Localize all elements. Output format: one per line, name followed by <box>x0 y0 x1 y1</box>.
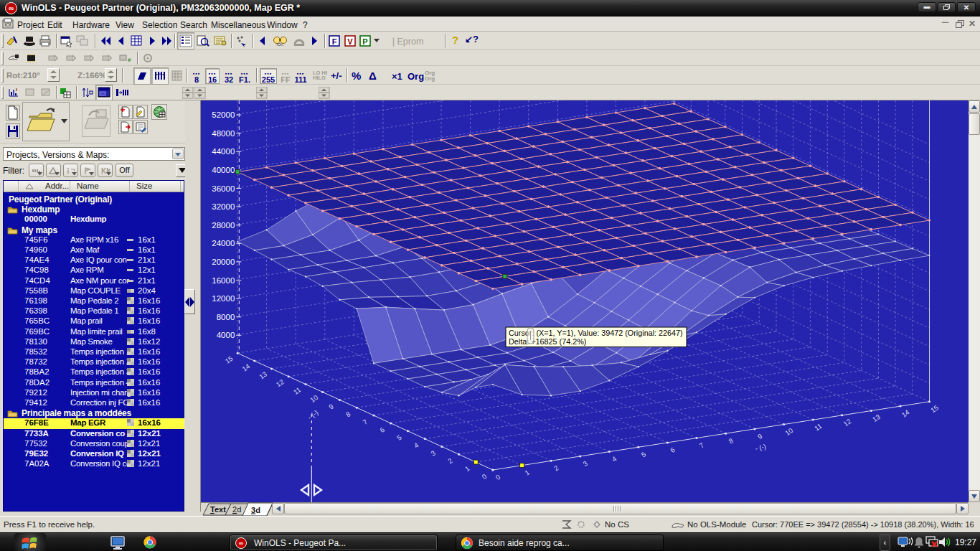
svg-text:2d: 2d <box>232 505 241 514</box>
svg-text:52000: 52000 <box>212 110 235 119</box>
svg-text:IOII..: IOII.. <box>277 42 285 47</box>
svg-text:P: P <box>362 37 367 46</box>
svg-text:36000: 36000 <box>212 184 235 193</box>
svg-text:V: V <box>347 37 353 46</box>
svg-text:16000: 16000 <box>212 276 235 285</box>
svg-text:20000: 20000 <box>212 258 235 266</box>
svg-text:28000: 28000 <box>212 221 235 230</box>
svg-text:48000: 48000 <box>212 129 235 138</box>
svg-text:12000: 12000 <box>212 294 235 303</box>
svg-text:Text: Text <box>210 505 226 514</box>
svg-text:IOI: IOI <box>4 22 11 27</box>
svg-text:32000: 32000 <box>212 202 235 211</box>
svg-text:4000: 4000 <box>217 331 235 339</box>
svg-text:24000: 24000 <box>212 239 235 248</box>
svg-text:F: F <box>332 37 337 46</box>
svg-text:Cursor: (X=1, Y=1), Value: 394: Cursor: (X=1, Y=1), Value: 39472 (Origin… <box>509 329 683 337</box>
svg-text:Delta: +16825 (74.2%): Delta: +16825 (74.2%) <box>509 337 586 346</box>
svg-text:8000: 8000 <box>217 313 235 321</box>
svg-text:#: # <box>128 57 131 63</box>
svg-text:40000: 40000 <box>212 166 235 174</box>
svg-text:3d: 3d <box>251 506 260 514</box>
svg-text:44000: 44000 <box>212 147 235 156</box>
